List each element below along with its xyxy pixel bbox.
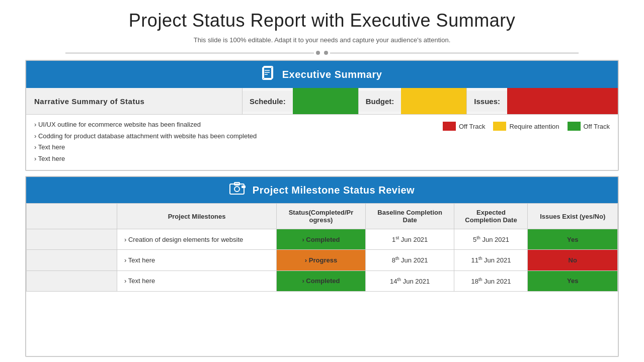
- col-issues: Issues Exist (yes/No): [528, 204, 618, 229]
- budget-item: Budget:: [359, 88, 467, 114]
- schedule-status-box: [293, 88, 358, 114]
- col-status: Status(Completed/Progress): [277, 204, 366, 229]
- table-row: Creation of design elements for website …: [27, 229, 618, 250]
- dot-right: [324, 51, 328, 55]
- legend-box-red: [443, 122, 456, 131]
- svg-rect-8: [242, 186, 246, 188]
- legend-label-green: Off Track: [584, 123, 610, 130]
- row2-expected: 11th Jun 2021: [454, 250, 528, 270]
- legend-label-red: Off Track: [459, 123, 486, 130]
- issues-label: Issues:: [467, 91, 507, 112]
- issues-item: Issues:: [467, 88, 618, 114]
- exec-header: Executive Summary: [26, 61, 618, 88]
- legend-item-yellow: Require attention: [493, 122, 559, 131]
- bullet-4: Text here: [34, 154, 443, 164]
- schedule-label: Schedule:: [243, 91, 293, 112]
- legend-box-green: [568, 122, 581, 131]
- row1-expected: 5th Jun 2021: [454, 229, 528, 250]
- row3-spacer: [27, 270, 117, 291]
- row2-spacer: [27, 250, 117, 270]
- col-baseline: Baseline CompletionDate: [365, 204, 454, 229]
- issues-status-box: [507, 88, 618, 114]
- col-expected: ExpectedCompletion Date: [454, 204, 528, 229]
- row3-issues: Yes: [528, 270, 618, 291]
- row1-issues: Yes: [528, 229, 618, 250]
- bullet-1: UI/UX outline for ecommerce website has …: [34, 120, 443, 130]
- subtitle: This slide is 100% editable. Adapt it to…: [25, 36, 619, 44]
- milestone-header: Project Milestone Status Review: [26, 177, 618, 203]
- narrative-label: Narrative Summary of Status: [26, 88, 243, 114]
- narrative-row: UI/UX outline for ecommerce website has …: [26, 115, 618, 170]
- budget-status-box: [401, 88, 466, 114]
- row3-milestone: Text here: [117, 270, 277, 291]
- legend: Off Track Require attention Off Track: [443, 122, 610, 131]
- table-row: Text here Completed 14th Jun 2021 18th J…: [27, 270, 618, 291]
- legend-label-yellow: Require attention: [509, 123, 559, 130]
- milestone-header-title: Project Milestone Status Review: [253, 185, 415, 196]
- table-header-row: Project Milestones Status(Completed/Prog…: [27, 204, 618, 229]
- legend-item-red: Off Track: [443, 122, 486, 131]
- budget-label: Budget:: [359, 91, 401, 112]
- milestone-icon: [229, 182, 247, 198]
- legend-box-yellow: [493, 122, 506, 131]
- divider: [65, 51, 579, 55]
- svg-point-6: [234, 187, 239, 192]
- row2-milestone: Text here: [117, 250, 277, 270]
- table-row: Text here Progress 8th Jun 2021 11th Jun…: [27, 250, 618, 270]
- bullet-3: Text here: [34, 142, 443, 152]
- row2-baseline: 8th Jun 2021: [365, 250, 454, 270]
- main-title: Project Status Report with Executive Sum…: [25, 10, 619, 31]
- executive-summary-section: Executive Summary Narrative Summary of S…: [25, 60, 619, 171]
- row1-spacer: [27, 229, 117, 250]
- dot-left: [316, 51, 320, 55]
- bullet-2: Codding for product database attachment …: [34, 131, 443, 141]
- row1-status: Completed: [277, 229, 366, 250]
- row2-issues: No: [528, 250, 618, 270]
- schedule-item: Schedule:: [243, 88, 359, 114]
- col-spacer: [27, 204, 117, 229]
- row2-status: Progress: [277, 250, 366, 270]
- legend-item-green: Off Track: [568, 122, 610, 131]
- page-container: Project Status Report with Executive Sum…: [0, 0, 644, 362]
- exec-header-title: Executive Summary: [282, 69, 382, 80]
- narrative-content: UI/UX outline for ecommerce website has …: [34, 120, 610, 165]
- row1-milestone: Creation of design elements for website: [117, 229, 277, 250]
- row3-status: Completed: [277, 270, 366, 291]
- status-row: Narrative Summary of Status Schedule: Bu…: [26, 88, 618, 115]
- row1-baseline: 1st Jun 2021: [365, 229, 454, 250]
- col-milestones: Project Milestones: [117, 204, 277, 229]
- exec-body: Narrative Summary of Status Schedule: Bu…: [26, 88, 618, 170]
- row3-expected: 18th Jun 2021: [454, 270, 528, 291]
- row3-baseline: 14th Jun 2021: [365, 270, 454, 291]
- exec-icon: [262, 66, 276, 83]
- narrative-text: UI/UX outline for ecommerce website has …: [34, 120, 443, 165]
- milestone-section: Project Milestone Status Review Project …: [25, 176, 619, 357]
- milestone-table: Project Milestones Status(Completed/Prog…: [26, 203, 618, 292]
